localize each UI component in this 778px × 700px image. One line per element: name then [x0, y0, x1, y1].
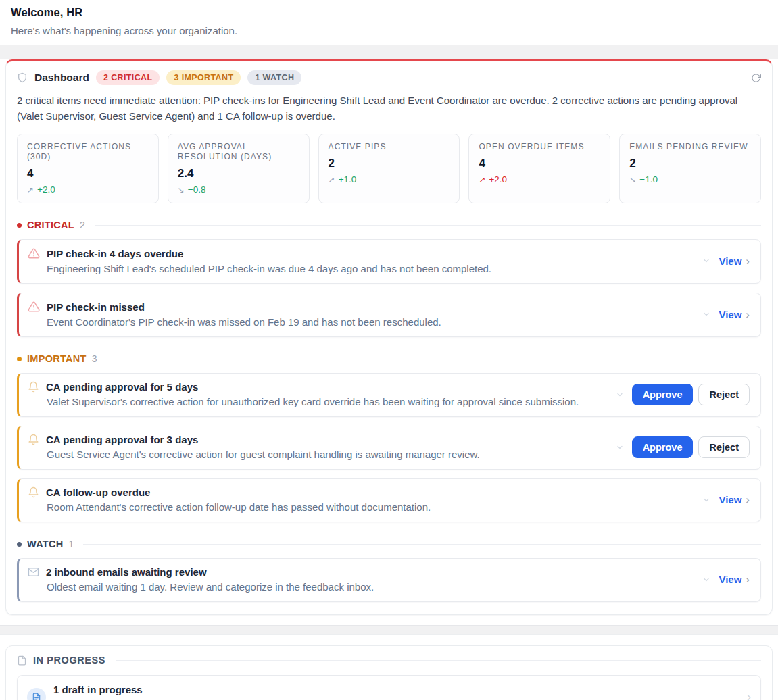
- page-subtitle: Here's what's happening across your orga…: [11, 25, 767, 36]
- chevron-right-icon: ›: [747, 690, 751, 700]
- alert-card-ca-pending-3-days: CA pending approval for 3 days Guest Ser…: [17, 426, 761, 470]
- stat-value: 2.4: [178, 167, 299, 180]
- alert-card-inbound-emails: 2 inbound emails awaiting review Oldest …: [17, 558, 761, 602]
- section-count: 3: [92, 353, 97, 364]
- stat-delta: ↗ +2.0: [479, 174, 600, 184]
- bell-icon: [28, 486, 39, 498]
- approve-button[interactable]: Approve: [632, 436, 694, 458]
- section-label: CRITICAL: [27, 220, 74, 230]
- bell-icon: [28, 381, 39, 393]
- stat-label: CORRECTIVE ACTIONS (30D): [27, 142, 149, 162]
- stat-delta: ↘ −1.0: [629, 174, 751, 184]
- section-divider: [107, 359, 761, 359]
- section-header-important: IMPORTANT 3: [17, 353, 761, 364]
- section-header-critical: CRITICAL 2: [17, 220, 761, 230]
- alert-card-ca-pending-5-days: CA pending approval for 5 days Valet Sup…: [17, 373, 761, 417]
- alert-description: Guest Service Agent's corrective action …: [28, 449, 480, 460]
- dashboard-summary: 2 critical items need immediate attentio…: [17, 93, 760, 124]
- chevron-down-icon[interactable]: [702, 496, 710, 504]
- reject-button[interactable]: Reject: [698, 384, 750, 405]
- important-count-badge: 3 IMPORTANT: [166, 70, 241, 85]
- chevron-down-icon[interactable]: [616, 443, 624, 451]
- draft-in-progress-card[interactable]: 1 draft in progress Corrective Action - …: [17, 675, 761, 700]
- stat-label: ACTIVE PIPS: [329, 142, 450, 152]
- background-gutter: [0, 45, 778, 59]
- trend-up-icon: ↗: [329, 175, 335, 184]
- critical-dot-icon: [17, 223, 22, 228]
- view-button[interactable]: View ›: [719, 309, 750, 320]
- section-label: WATCH: [27, 539, 64, 549]
- bell-icon: [28, 434, 39, 445]
- stat-delta: ↘ −0.8: [178, 184, 299, 195]
- refresh-icon[interactable]: [751, 73, 761, 83]
- alert-card-pip-checkin-missed: PIP check-in missed Event Coordinator's …: [17, 293, 761, 337]
- alert-description: Oldest email waiting 1 day. Review and c…: [28, 581, 374, 593]
- section-divider: [95, 225, 761, 226]
- alert-card-pip-checkin-overdue: PIP check-in 4 days overdue Engineering …: [17, 239, 761, 284]
- stat-label: OPEN OVERDUE ITEMS: [479, 142, 600, 152]
- stat-card-avg-approval-resolution: AVG APPROVAL RESOLUTION (DAYS) 2.4 ↘ −0.…: [168, 134, 310, 203]
- stat-delta: ↗ +2.0: [27, 184, 149, 195]
- shield-icon: [17, 72, 28, 83]
- important-dot-icon: [17, 357, 22, 361]
- watch-count-badge: 1 WATCH: [247, 70, 301, 85]
- section-divider: [83, 544, 761, 545]
- stat-card-active-pips: ACTIVE PIPS 2 ↗ +1.0: [318, 134, 460, 203]
- alert-description: Room Attendant's corrective action follo…: [28, 501, 431, 513]
- stat-value: 4: [479, 157, 600, 170]
- in-progress-panel: IN PROGRESS 1 draft in progress Correcti…: [5, 645, 773, 700]
- alert-title: CA follow-up overdue: [46, 486, 150, 498]
- watch-dot-icon: [17, 542, 22, 547]
- chevron-right-icon: ›: [746, 494, 750, 505]
- alert-title: 2 inbound emails awaiting review: [46, 566, 207, 578]
- in-progress-header: IN PROGRESS: [17, 655, 761, 666]
- alert-card-ca-followup-overdue: CA follow-up overdue Room Attendant's co…: [17, 478, 761, 522]
- alert-description: Engineering Shift Lead's scheduled PIP c…: [28, 263, 491, 274]
- dashboard-panel: Dashboard 2 CRITICAL 3 IMPORTANT 1 WATCH…: [5, 59, 773, 615]
- stat-value: 4: [27, 167, 149, 180]
- stat-card-corrective-actions: CORRECTIVE ACTIONS (30D) 4 ↗ +2.0: [17, 134, 159, 203]
- chevron-down-icon[interactable]: [702, 257, 710, 265]
- chevron-down-icon[interactable]: [616, 391, 624, 399]
- stat-card-open-overdue-items: OPEN OVERDUE ITEMS 4 ↗ +2.0: [468, 134, 610, 203]
- chevron-right-icon: ›: [746, 255, 750, 267]
- stat-label: EMAILS PENDING REVIEW: [629, 142, 751, 152]
- section-header-watch: WATCH 1: [17, 539, 761, 549]
- chevron-right-icon: ›: [746, 574, 750, 585]
- alert-title: CA pending approval for 3 days: [46, 434, 198, 445]
- draft-title: 1 draft in progress: [53, 684, 351, 695]
- chevron-down-icon[interactable]: [702, 576, 710, 584]
- dashboard-title: Dashboard: [34, 72, 89, 84]
- section-count: 1: [69, 539, 74, 549]
- file-icon: [27, 688, 46, 700]
- stat-delta: ↗ +1.0: [329, 174, 450, 184]
- section-divider: [116, 660, 761, 661]
- view-button[interactable]: View ›: [719, 574, 750, 585]
- chevron-right-icon: ›: [746, 309, 750, 320]
- in-progress-title: IN PROGRESS: [33, 655, 105, 666]
- stat-value: 2: [329, 157, 450, 170]
- section-label: IMPORTANT: [27, 353, 87, 364]
- trend-down-icon: ↘: [178, 185, 185, 195]
- stat-card-emails-pending-review: EMAILS PENDING REVIEW 2 ↘ −1.0: [619, 134, 761, 203]
- section-count: 2: [80, 220, 85, 230]
- chevron-down-icon[interactable]: [702, 310, 710, 318]
- alert-description: Valet Supervisor's corrective action for…: [28, 396, 579, 407]
- view-button[interactable]: View ›: [719, 255, 750, 267]
- stats-row: CORRECTIVE ACTIONS (30D) 4 ↗ +2.0 AVG AP…: [17, 134, 761, 203]
- reject-button[interactable]: Reject: [698, 436, 750, 458]
- mail-icon: [28, 566, 39, 578]
- approve-button[interactable]: Approve: [632, 384, 694, 405]
- background-gutter: [0, 625, 778, 635]
- file-text-icon: [17, 655, 27, 666]
- view-button[interactable]: View ›: [719, 494, 750, 505]
- page-title: Welcome, HR: [11, 6, 767, 19]
- trend-up-icon: ↗: [479, 175, 485, 184]
- stat-label: AVG APPROVAL RESOLUTION (DAYS): [178, 142, 299, 162]
- alert-title: PIP check-in 4 days overdue: [47, 248, 183, 259]
- alert-title: PIP check-in missed: [47, 301, 145, 313]
- dashboard-header-row: Dashboard 2 CRITICAL 3 IMPORTANT 1 WATCH: [17, 70, 761, 85]
- alert-triangle-icon: [28, 301, 40, 313]
- alert-description: Event Coordinator's PIP check-in was mis…: [28, 316, 441, 328]
- alert-triangle-icon: [28, 247, 40, 259]
